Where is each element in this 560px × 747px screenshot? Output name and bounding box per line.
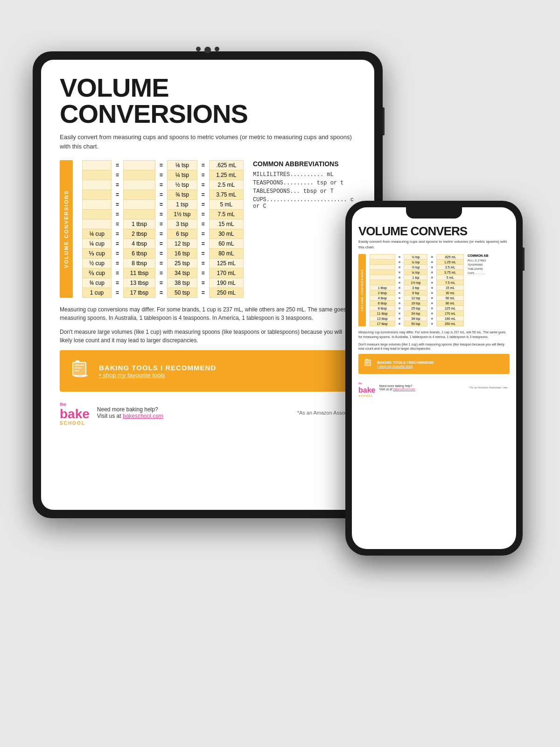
phone-abbrev-item: TABLESPOO [468, 268, 510, 271]
phone-footer-link[interactable]: bakeschool.com [393, 388, 415, 391]
phone-side-button [523, 247, 525, 271]
table-row: ==1½ tsp=7.5 mL [83, 210, 244, 219]
phone-banner-heading: BAKING TOOLS I RECOMMEND [377, 360, 434, 365]
phone-document: VOLUME CONVERS Easily convert from measu… [352, 207, 516, 549]
phone-screen: VOLUME CONVERS Easily convert from measu… [352, 207, 516, 549]
phone-side-label: VOLUME CONVERSIONS [358, 254, 366, 326]
phone-conversion-table: =⅛ tsp=.625 mL =¼ tsp=1.25 mL =½ tsp=2.5… [370, 254, 464, 326]
table-row: ==1 tsp=5 mL [83, 200, 244, 210]
tablet-device: VOLUME CONVERSIONS Easily convert from m… [33, 51, 383, 518]
tablet-document: VOLUME CONVERSIONS Easily convert from m… [41, 60, 374, 510]
phone-banner-text: BAKING TOOLS I RECOMMEND shop my favouri… [377, 360, 434, 368]
phone-logo: the bake SCHOOL [358, 378, 375, 397]
table-row: ¾ cup=13 tbsp=38 tsp=190 mL [83, 278, 244, 288]
footer-visit: Visit us at [97, 413, 123, 419]
table-row: ⅔ cup=11 tbsp=34 tsp=170 mL [83, 268, 244, 278]
phone-footer-note: *As an Amazon Associate I ear... [469, 386, 510, 389]
table-row: =1½ tsp=7.5 mL [370, 280, 464, 285]
table-row: ==¼ tsp=1.25 mL [83, 170, 244, 180]
logo-the: the [60, 402, 66, 407]
phone-note-1: Measuring cup conversions may differ. Fo… [358, 330, 510, 339]
phone-side-label-text: VOLUME CONVERSIONS [361, 269, 364, 311]
phone-measuring-cup-icon [363, 358, 373, 370]
phone-notch [406, 207, 462, 218]
table-row: 11 tbsp=34 tsp=170 mL [370, 311, 464, 316]
abbrev-item: TEASPOONS......... tsp or t [253, 180, 356, 186]
phone-logo-bake: bake [358, 386, 375, 395]
table-row: 17 tbsp=50 tsp=250 mL [370, 321, 464, 326]
svg-rect-3 [366, 359, 368, 360]
table-row: 13 tbsp=38 tsp=190 mL [370, 316, 464, 321]
conversion-table-wrap: VOLUME CONVERSIONS ==⅛ tsp=.625 mL ==¼ t… [60, 160, 356, 298]
table-row: 1 cup=17 tbsp=50 tsp=250 mL [83, 288, 244, 298]
svg-rect-1 [76, 360, 79, 362]
table-row: 8 tbsp=25 tsp=125 mL [370, 306, 464, 311]
table-row: ¼ cup=4 tbsp=12 tsp=60 mL [83, 239, 244, 249]
logo-bake: bake [60, 408, 90, 421]
phone-banner-link[interactable]: shop my favourite tools [377, 365, 434, 368]
phone-logo-school: SCHOOL [358, 395, 375, 397]
banner-heading: BAKING TOOLS I RECOMMEND [99, 364, 216, 372]
logo: the bake SCHOOL [60, 399, 90, 426]
svg-rect-2 [365, 360, 371, 366]
svg-rect-0 [73, 362, 86, 375]
baking-tools-banner: BAKING TOOLS I RECOMMEND shop my favouri… [60, 350, 356, 392]
footer-need: Need more baking help? [97, 406, 158, 413]
phone-device: VOLUME CONVERS Easily convert from measu… [345, 201, 523, 556]
table-row: 6 tbsp=16 tsp=80 mL [370, 301, 464, 306]
phone-page-title: VOLUME CONVERS [358, 225, 510, 237]
footer-text: Need more baking help? Visit us at bakes… [97, 406, 163, 419]
table-row: 2 tbsp=6 tsp=30 mL [370, 290, 464, 296]
tablet-top-bar [196, 47, 219, 53]
abbrev-item: CUPS........................ c or C [253, 197, 356, 210]
abbreviations-box: COMMON ABBREVIATIONS MILLILITRES........… [253, 160, 356, 298]
phone-conv-wrap: VOLUME CONVERSIONS =⅛ tsp=.625 mL =¼ tsp… [358, 254, 510, 326]
table-row: ⅓ cup=6 tbsp=16 tsp=80 mL [83, 249, 244, 259]
side-label-text: VOLUME CONVERSIONS [63, 190, 69, 268]
page-subtitle: Easily convert from measuring cups and s… [60, 133, 356, 151]
tablet-dot-3 [215, 47, 219, 51]
banner-text: BAKING TOOLS I RECOMMEND shop my favouri… [99, 364, 216, 379]
note-text-1: Measuring cup conversions may differ. Fo… [60, 305, 356, 322]
phone-abbrev-box: COMMON AB MILLILITRES TEASPOONS TABLESPO… [468, 254, 510, 326]
conversion-table: ==⅛ tsp=.625 mL ==¼ tsp=1.25 mL ==½ tsp=… [82, 160, 244, 298]
abbrev-item: MILLILITRES.......... mL [253, 171, 356, 178]
phone-subtitle: Easily convert from measuring cups and s… [358, 239, 510, 250]
phone-baking-banner: BAKING TOOLS I RECOMMEND shop my favouri… [358, 354, 510, 374]
tablet-side-button [383, 107, 385, 135]
phone-footer-text: Need more baking help?Visit us at bakesc… [379, 384, 415, 391]
banner-link[interactable]: shop my favourite tools [99, 372, 216, 379]
measuring-cup-icon [69, 358, 91, 384]
note-text-2: Don't measure large volumes (like 1 cup)… [60, 328, 356, 345]
page-title: VOLUME CONVERSIONS [60, 75, 356, 127]
table-row: ==½ tsp=2.5 mL [83, 180, 244, 190]
table-row: =¼ tsp=1.25 mL [370, 260, 464, 265]
phone-abbrev-item: CUPS....... [468, 272, 510, 275]
table-row: ½ cup=8 tbsp=25 tsp=125 mL [83, 259, 244, 268]
phone-footer: the bake SCHOOL Need more baking help?Vi… [358, 378, 510, 397]
phone-abbrev-title: COMMON AB [468, 254, 510, 257]
table-row: =½ tsp=2.5 mL [370, 265, 464, 270]
phone-logo-the: the [358, 382, 362, 385]
tablet-dot-1 [196, 47, 201, 51]
table-row: =¾ tsp=3.75 mL [370, 270, 464, 275]
footer-link[interactable]: bakeschool.com [123, 413, 163, 419]
logo-text-wrap: the bake SCHOOL [60, 399, 90, 426]
tablet-dot-2 [204, 47, 211, 53]
phone-abbrev-item: TEASPOONS [468, 263, 510, 267]
tablet-screen: VOLUME CONVERSIONS Easily convert from m… [41, 60, 374, 510]
scene: VOLUME CONVERSIONS Easily convert from m… [23, 23, 537, 724]
phone-note-2: Don't measure large volumes (like 1 cup)… [358, 342, 510, 352]
table-row: =1 tbsp=3 tsp=15 mL [83, 219, 244, 229]
table-row: =1 tsp=5 mL [370, 275, 464, 280]
table-row: =⅛ tsp=.625 mL [370, 254, 464, 260]
logo-school: SCHOOL [60, 421, 90, 426]
abbrev-title: COMMON ABBREVIATIONS [253, 160, 356, 168]
table-row: ==¾ tsp=3.75 mL [83, 190, 244, 200]
table-row: ⅛ cup=2 tbsp=6 tsp=30 mL [83, 229, 244, 239]
side-label: VOLUME CONVERSIONS [60, 160, 73, 298]
table-row: 4 tbsp=12 tsp=60 mL [370, 296, 464, 301]
phone-abbrev-item: MILLILITRES [468, 259, 510, 262]
table-row: 1 tbsp=3 tsp=15 mL [370, 285, 464, 290]
doc-footer: the bake SCHOOL Need more baking help? V… [60, 399, 356, 426]
